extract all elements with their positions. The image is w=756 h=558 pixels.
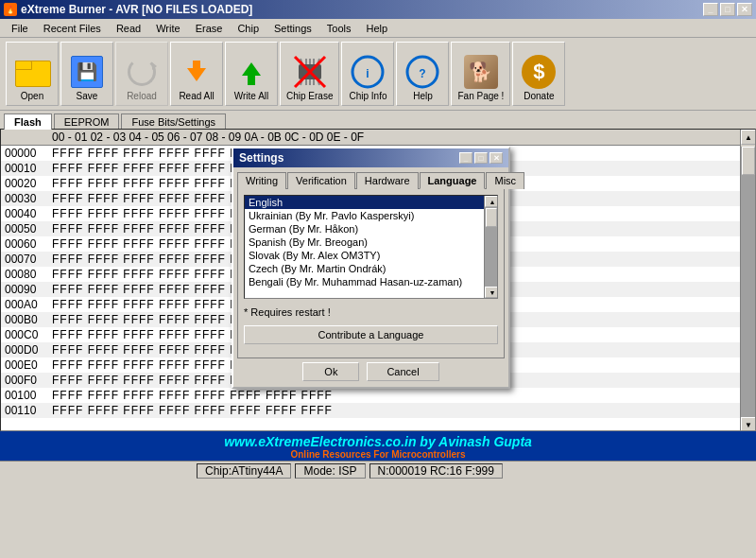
svg-marker-2 [242, 62, 261, 76]
dialog-tab-bar: Writing Verification Hardware Language M… [233, 167, 508, 188]
dialog-minimize-button[interactable]: _ [459, 152, 472, 164]
language-list[interactable]: EnglishUkrainian (By Mr. Pavlo Kaspersky… [244, 195, 498, 299]
svg-marker-0 [187, 68, 206, 81]
dialog-maximize-button[interactable]: □ [474, 152, 488, 164]
fan-page-button[interactable]: 🐕 Fan Page ! [451, 42, 510, 106]
svg-rect-3 [248, 76, 255, 85]
read-all-label: Read All [179, 91, 214, 101]
counter-status: N:000019 RC:16 F:999 [369, 463, 503, 479]
app-icon: 🔥 [4, 3, 17, 16]
chip-info-button[interactable]: i Chip Info [341, 42, 394, 106]
write-all-label: Write All [234, 91, 269, 101]
menu-settings[interactable]: Settings [266, 21, 319, 36]
dialog-tab-verification[interactable]: Verification [287, 172, 355, 189]
reload-icon [125, 55, 159, 89]
lang-scroll-track[interactable] [485, 207, 497, 287]
svg-rect-1 [193, 61, 200, 70]
language-item[interactable]: German (By Mr. Håkon) [245, 222, 497, 235]
language-item[interactable]: English [245, 196, 497, 209]
reload-button[interactable]: Reload [115, 42, 168, 106]
dialog-tab-hardware[interactable]: Hardware [356, 172, 419, 189]
menu-write[interactable]: Write [148, 21, 187, 36]
save-icon: 💾 [70, 55, 104, 89]
tab-bar: Flash EEPROM Fuse Bits/Settings [0, 111, 756, 129]
tab-fuse-bits[interactable]: Fuse Bits/Settings [121, 113, 226, 130]
footer-sub-text: Online Resources For Microcontrollers [0, 449, 756, 460]
menu-erase[interactable]: Erase [188, 21, 231, 36]
svg-text:i: i [367, 67, 369, 80]
chip-info-icon: i [351, 55, 385, 89]
chip-info-label: Chip Info [349, 91, 387, 101]
dialog-title-bar: Settings _ □ ✕ [233, 148, 508, 167]
read-all-button[interactable]: Read All [170, 42, 223, 106]
contribute-language-button[interactable]: Contribute a Language [244, 325, 498, 344]
dialog-tab-language[interactable]: Language [420, 172, 486, 189]
dialog-body: EnglishUkrainian (By Mr. Pavlo Kaspersky… [237, 188, 505, 358]
chip-status: Chip:ATtiny44A [197, 463, 291, 479]
language-item[interactable]: Spanish (By Mr. Breogan) [245, 235, 497, 249]
scroll-down-button[interactable]: ▼ [741, 417, 756, 431]
app-title: eXtreme Burner - AVR [NO FILES LOADED] [21, 3, 252, 16]
status-bar: Chip:ATtiny44A Mode: ISP N:000019 RC:16 … [0, 461, 756, 480]
menu-file[interactable]: File [4, 21, 36, 36]
open-icon [15, 55, 49, 89]
lang-scroll-thumb[interactable] [486, 208, 497, 227]
open-label: Open [21, 91, 43, 101]
dialog-close-button[interactable]: ✕ [490, 152, 503, 164]
write-all-icon [234, 55, 268, 89]
menu-chip[interactable]: Chip [230, 21, 266, 36]
hex-column-header: 00 - 01 02 - 03 04 - 05 06 - 07 08 - 09 … [52, 131, 364, 144]
scroll-thumb[interactable] [742, 147, 755, 175]
title-bar: 🔥 eXtreme Burner - AVR [NO FILES LOADED]… [0, 0, 756, 19]
chip-erase-button[interactable]: Chip Erase [280, 42, 339, 106]
cancel-button[interactable]: Cancel [367, 362, 438, 381]
chip-erase-label: Chip Erase [286, 91, 333, 101]
help-icon: ? [405, 55, 439, 89]
settings-dialog: Settings _ □ ✕ Writing Verification Hard… [232, 147, 510, 389]
restart-note: * Requires restart ! [244, 306, 498, 318]
dialog-tab-misc[interactable]: Misc [486, 172, 524, 189]
donate-label: Donate [524, 91, 554, 101]
dialog-footer: Ok Cancel [233, 358, 508, 387]
toolbar: Open 💾 Save Reload [0, 38, 756, 111]
footer-main-text: www.eXtremeElectronics.co.in by Avinash … [0, 434, 756, 449]
hex-row[interactable]: 00100FFFF FFFF FFFF FFFF FFFF FFFF FFFF … [1, 388, 755, 403]
dialog-tab-writing[interactable]: Writing [237, 172, 286, 189]
hex-row[interactable]: 00110FFFF FFFF FFFF FFFF FFFF FFFF FFFF … [1, 403, 755, 418]
chip-erase-icon [293, 55, 327, 89]
lang-scroll-down[interactable]: ▼ [485, 287, 498, 298]
mode-status: Mode: ISP [295, 463, 365, 479]
help-button[interactable]: ? Help [396, 42, 449, 106]
menu-tools[interactable]: Tools [319, 21, 359, 36]
language-item[interactable]: Slovak (By Mr. Alex OM3TY) [245, 249, 497, 262]
open-button[interactable]: Open [6, 42, 59, 106]
maximize-button[interactable]: □ [720, 3, 735, 16]
fan-page-icon: 🐕 [464, 55, 498, 89]
close-button[interactable]: ✕ [737, 3, 752, 16]
tab-eeprom[interactable]: EEPROM [54, 113, 120, 130]
menu-read[interactable]: Read [109, 21, 148, 36]
menu-recent-files[interactable]: Recent Files [36, 21, 109, 36]
hex-scrollbar[interactable]: ▲ ▼ [740, 130, 755, 430]
language-item[interactable]: Ukrainian (By Mr. Pavlo Kasperskyi) [245, 209, 497, 222]
menu-bar: File Recent Files Read Write Erase Chip … [0, 19, 756, 38]
footer-banner: www.eXtremeElectronics.co.in by Avinash … [0, 431, 756, 461]
save-button[interactable]: 💾 Save [60, 42, 113, 106]
help-label: Help [413, 91, 433, 101]
ok-button[interactable]: Ok [302, 362, 359, 381]
fan-page-label: Fan Page ! [457, 91, 504, 101]
language-item[interactable]: Bengali (By Mr. Muhammad Hasan-uz-zaman) [245, 275, 497, 288]
scroll-track[interactable] [741, 147, 755, 417]
dialog-title-text: Settings [239, 151, 284, 165]
donate-icon: $ [522, 55, 556, 89]
menu-help[interactable]: Help [358, 21, 395, 36]
minimize-button[interactable]: _ [703, 3, 718, 16]
donate-button[interactable]: $ Donate [512, 42, 565, 106]
write-all-button[interactable]: Write All [225, 42, 278, 106]
scroll-up-button[interactable]: ▲ [741, 130, 756, 145]
lang-scrollbar[interactable]: ▲ ▼ [484, 196, 497, 298]
lang-scroll-up[interactable]: ▲ [485, 196, 498, 207]
language-item[interactable]: Czech (By Mr. Martin Ondrák) [245, 262, 497, 275]
tab-flash[interactable]: Flash [4, 113, 52, 130]
svg-text:?: ? [420, 67, 426, 80]
